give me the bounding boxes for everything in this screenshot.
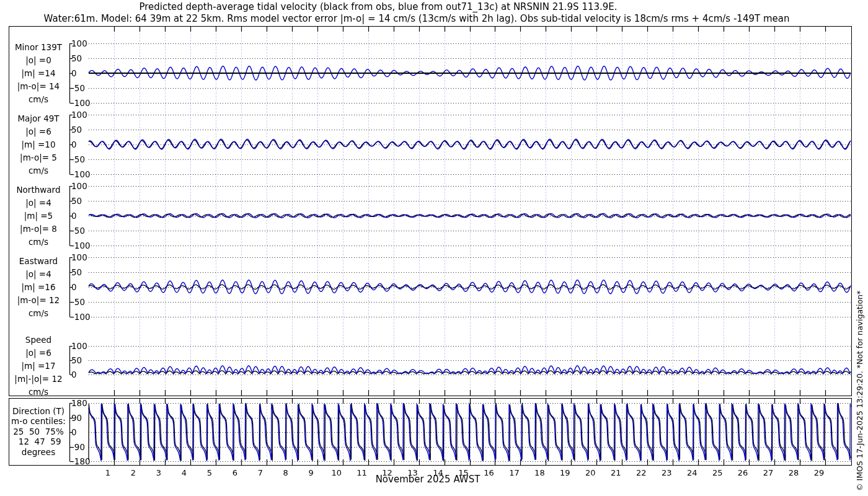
- ytick-minor-100: 100: [71, 38, 87, 48]
- x-axis-month-label: November 2025 AWST: [0, 474, 856, 485]
- plot-title-line2: Water:61m. Model: 64 39m at 22 5km. Rms …: [0, 13, 833, 24]
- panel-label-line: cm/s: [6, 93, 71, 106]
- panel-label-line: 12 47 59: [6, 436, 71, 447]
- panel-label-line: Speed: [6, 334, 71, 347]
- panel-label-line: 25 50 75%: [6, 427, 71, 437]
- ytick-speed-100: 100: [71, 341, 87, 351]
- tidal-velocity-report: { "title": { "line1": "Predicted depth-a…: [0, 0, 868, 496]
- ytick-major--50: -50: [71, 154, 85, 164]
- panel-label-line: m-o centiles:: [6, 416, 71, 427]
- direction-panel-frame: [9, 398, 852, 466]
- panel-label-line: |m|-|o|= 12: [6, 373, 71, 386]
- ytick-direction--180: -180: [71, 456, 91, 466]
- ytick-northward-50: 50: [71, 196, 82, 206]
- panel-label-line: |m| =10: [6, 138, 71, 151]
- ytick-speed-0: 0: [71, 370, 77, 379]
- panel-label-line: cm/s: [6, 307, 71, 320]
- panel-label-line: |m| =5: [6, 210, 71, 223]
- panel-label-speed: Speed|o| =6|m| =17|m|-|o|= 12cm/s: [6, 334, 71, 399]
- plot-title-line1: Predicted depth-average tidal velocity (…: [0, 1, 756, 12]
- ytick-direction-90: 90: [71, 413, 82, 423]
- panel-label-line: cm/s: [6, 386, 71, 399]
- ytick-eastward-50: 50: [71, 267, 82, 277]
- ytick-direction--90: -90: [71, 442, 85, 452]
- panel-label-minor: Minor 139T|o| =0|m| =14|m-o|= 14cm/s: [6, 41, 71, 106]
- panel-label-line: |m| =14: [6, 67, 71, 80]
- panel-label-line: |o| =6: [6, 347, 71, 360]
- panel-label-major: Major 49T|o| =6|m| =10|m-o|= 5cm/s: [6, 112, 71, 177]
- ytick-minor-0: 0: [71, 68, 77, 78]
- ytick-minor--50: -50: [71, 83, 85, 93]
- panel-label-line: Eastward: [6, 255, 71, 268]
- ytick-eastward--50: -50: [71, 297, 85, 307]
- panel-label-line: cm/s: [6, 236, 71, 249]
- panel-label-line: Direction (T): [6, 406, 71, 417]
- panel-label-eastward: Eastward|o| =4|m| =16|m-o|= 12cm/s: [6, 255, 71, 320]
- ytick-minor--100: -100: [71, 98, 91, 108]
- panel-label-northward: Northward|o| =4|m| =5|m-o|= 8cm/s: [6, 184, 71, 249]
- panel-label-line: cm/s: [6, 164, 71, 177]
- ytick-direction-180: 180: [71, 398, 87, 408]
- panel-label-line: |m-o|= 5: [6, 151, 71, 164]
- ytick-northward--50: -50: [71, 226, 85, 236]
- ytick-speed-50: 50: [71, 355, 82, 365]
- ytick-northward-100: 100: [71, 181, 87, 191]
- panel-label-line: |o| =6: [6, 125, 71, 138]
- ytick-major-50: 50: [71, 125, 82, 135]
- ytick-major-100: 100: [71, 110, 87, 120]
- panel-label-line: |m-o|= 12: [6, 294, 71, 307]
- panel-label-line: |m-o|= 14: [6, 80, 71, 93]
- panel-label-line: degrees: [6, 447, 71, 458]
- panel-label-line: Northward: [6, 184, 71, 197]
- imos-watermark: © IMOS 17-Jun-2025 13:29:20. *Not for na…: [855, 236, 864, 491]
- panel-label-line: Minor 139T: [6, 41, 71, 54]
- panel-label-line: |m| =16: [6, 281, 71, 294]
- panel-label-line: Major 49T: [6, 112, 71, 125]
- velocity-panels-frame: [9, 26, 852, 396]
- ytick-eastward--100: -100: [71, 312, 91, 322]
- panel-label-line: |o| =0: [6, 54, 71, 67]
- ytick-minor-50: 50: [71, 53, 82, 63]
- panel-label-line: |m-o|= 8: [6, 223, 71, 236]
- panel-label-line: |o| =4: [6, 268, 71, 281]
- ytick-eastward-0: 0: [71, 282, 77, 292]
- panel-label-direction: Direction (T)m-o centiles:25 50 75% 12 4…: [6, 406, 71, 458]
- ytick-eastward-100: 100: [71, 252, 87, 262]
- panel-label-line: |m| =17: [6, 360, 71, 373]
- ytick-major-0: 0: [71, 140, 77, 149]
- panel-label-line: |o| =4: [6, 197, 71, 210]
- ytick-direction-0: 0: [71, 427, 77, 437]
- ytick-northward-0: 0: [71, 211, 77, 221]
- ytick-major--100: -100: [71, 169, 91, 179]
- ytick-northward--100: -100: [71, 241, 91, 250]
